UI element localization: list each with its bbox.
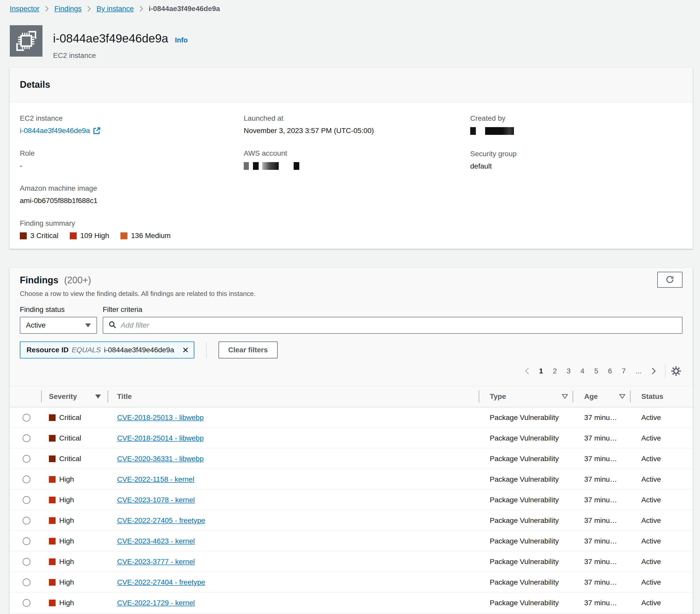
pagination-pages: 1234567... xyxy=(534,363,647,379)
pagination-page-2[interactable]: 2 xyxy=(548,363,562,379)
legend-label: 3 Critical xyxy=(30,231,59,240)
finding-status: Active xyxy=(630,593,693,613)
pagination-page-5[interactable]: 5 xyxy=(589,363,603,379)
table-row[interactable]: High CVE-2022-27404 - freetype Package V… xyxy=(10,572,693,593)
finding-title-link[interactable]: CVE-2023-4623 - kernel xyxy=(117,537,195,545)
finding-age: 37 minu… xyxy=(573,531,630,551)
table-row[interactable]: Critical CVE-2018-25014 - libwebp Packag… xyxy=(10,428,693,449)
findings-title-text: Findings xyxy=(20,275,59,285)
table-row[interactable]: High CVE-2023-1078 - kernel Package Vuln… xyxy=(10,490,693,510)
pagination-page-6[interactable]: 6 xyxy=(603,363,617,379)
finding-age: 37 minu… xyxy=(573,469,630,489)
close-icon[interactable] xyxy=(182,346,189,354)
severity-label: High xyxy=(59,557,74,566)
search-icon xyxy=(108,321,116,330)
row-radio-button[interactable] xyxy=(23,414,30,422)
filter-triangle-icon[interactable] xyxy=(562,394,568,399)
pagination-page-4[interactable]: 4 xyxy=(575,363,589,379)
finding-type: Package Vulnerability xyxy=(479,531,573,551)
findings-table: Severity Title Type Age xyxy=(10,386,693,613)
finding-title-link[interactable]: CVE-2022-27404 - freetype xyxy=(117,578,205,587)
row-radio-button[interactable] xyxy=(23,455,30,463)
finding-title-link[interactable]: CVE-2022-27405 - freetype xyxy=(117,516,205,525)
row-radio-button[interactable] xyxy=(23,599,30,607)
column-header-age[interactable]: Age xyxy=(573,386,630,407)
refresh-button[interactable] xyxy=(657,272,683,288)
chevron-right-icon xyxy=(139,5,143,12)
details-title: Details xyxy=(20,79,50,90)
filter-criteria-label: Filter criteria xyxy=(103,305,683,314)
finding-status: Active xyxy=(630,408,693,428)
table-row[interactable]: High CVE-2022-1729 - kernel Package Vuln… xyxy=(10,593,693,613)
finding-status: Active xyxy=(630,531,693,551)
breadcrumb-current: i-0844ae3f49e46de9a xyxy=(149,5,220,13)
redacted-value xyxy=(470,127,683,135)
next-page-icon[interactable] xyxy=(647,367,661,375)
findings-description: Choose a row to view the finding details… xyxy=(20,290,683,298)
table-row[interactable]: High CVE-2023-3777 - kernel Package Vuln… xyxy=(10,551,693,572)
finding-title-link[interactable]: CVE-2023-3777 - kernel xyxy=(117,557,195,566)
instance-link[interactable]: i-0844ae3f49e46de9a xyxy=(20,127,101,135)
row-radio-button[interactable] xyxy=(23,517,30,524)
severity-label: High xyxy=(59,475,74,484)
pagination-ellipsis[interactable]: ... xyxy=(631,363,647,379)
chevron-right-icon xyxy=(45,5,49,12)
column-header-type[interactable]: Type xyxy=(479,386,573,407)
row-radio-button[interactable] xyxy=(23,558,30,566)
field-label: Finding summary xyxy=(20,219,244,227)
filter-triangle-icon[interactable] xyxy=(619,394,625,399)
finding-title-link[interactable]: CVE-2022-1158 - kernel xyxy=(117,475,194,484)
field-ami: Amazon machine image ami-0b6705f88b1f688… xyxy=(20,184,244,205)
finding-title-link[interactable]: CVE-2022-1729 - kernel xyxy=(117,599,195,607)
severity-label: Critical xyxy=(59,434,81,442)
field-role: Role - xyxy=(20,149,244,170)
clear-filters-button[interactable]: Clear filters xyxy=(218,341,278,359)
sort-descending-icon[interactable] xyxy=(95,394,101,399)
instance-id-title: i-0844ae3f49e46de9a xyxy=(53,32,168,45)
table-row[interactable]: Critical CVE-2018-25013 - libwebp Packag… xyxy=(10,408,693,428)
finding-type: Package Vulnerability xyxy=(479,469,573,489)
finding-title-link[interactable]: CVE-2023-1078 - kernel xyxy=(117,496,195,504)
field-aws-account: AWS account xyxy=(244,149,470,170)
finding-age: 37 minu… xyxy=(573,449,630,469)
add-filter-input[interactable] xyxy=(121,321,677,329)
pagination-page-3[interactable]: 3 xyxy=(562,363,576,379)
breadcrumb-inspector[interactable]: Inspector xyxy=(10,5,39,13)
field-launched-at: Launched at November 3, 2023 3:57 PM (UT… xyxy=(244,114,470,135)
token-field: Resource ID xyxy=(26,346,68,354)
table-row[interactable]: Critical CVE-2020-36331 - libwebp Packag… xyxy=(10,449,693,469)
header-select-cell xyxy=(10,386,41,407)
row-radio-button[interactable] xyxy=(23,578,30,586)
finding-title-link[interactable]: CVE-2018-25013 - libwebp xyxy=(117,414,203,422)
table-row[interactable]: High CVE-2022-27405 - freetype Package V… xyxy=(10,510,693,531)
finding-type: Package Vulnerability xyxy=(479,572,573,592)
table-row[interactable]: High CVE-2022-1158 - kernel Package Vuln… xyxy=(10,469,693,490)
row-radio-button[interactable] xyxy=(23,496,30,504)
column-header-severity[interactable]: Severity xyxy=(41,386,108,407)
table-row[interactable]: High CVE-2023-4623 - kernel Package Vuln… xyxy=(10,531,693,551)
details-panel-header: Details xyxy=(10,67,693,102)
medium-color-swatch xyxy=(121,233,127,239)
pagination-page-1[interactable]: 1 xyxy=(534,363,548,379)
settings-gear-icon[interactable] xyxy=(670,366,683,376)
finding-status: Active xyxy=(630,490,693,510)
previous-page-icon[interactable] xyxy=(520,367,534,375)
token-operator: EQUALS xyxy=(72,346,101,354)
row-radio-button[interactable] xyxy=(23,537,30,545)
finding-title-link[interactable]: CVE-2018-25014 - libwebp xyxy=(117,434,203,442)
row-radio-button[interactable] xyxy=(23,434,30,442)
finding-status-select[interactable]: Active xyxy=(20,317,97,334)
details-panel: Details EC2 instance i-0844ae3f49e46de9a xyxy=(10,67,693,249)
external-link-icon xyxy=(93,127,101,135)
finding-age: 37 minu… xyxy=(573,428,630,448)
row-radio-button[interactable] xyxy=(23,476,30,483)
finding-title-link[interactable]: CVE-2020-36331 - libwebp xyxy=(117,455,203,463)
info-link[interactable]: Info xyxy=(175,36,188,44)
breadcrumb-by-instance[interactable]: By instance xyxy=(97,5,134,13)
column-label: Title xyxy=(117,392,132,401)
severity-indicator xyxy=(49,476,55,483)
breadcrumb-findings[interactable]: Findings xyxy=(54,5,82,13)
legend-label: 136 Medium xyxy=(131,231,171,240)
pagination-page-7[interactable]: 7 xyxy=(617,363,631,379)
severity-indicator xyxy=(49,559,55,565)
